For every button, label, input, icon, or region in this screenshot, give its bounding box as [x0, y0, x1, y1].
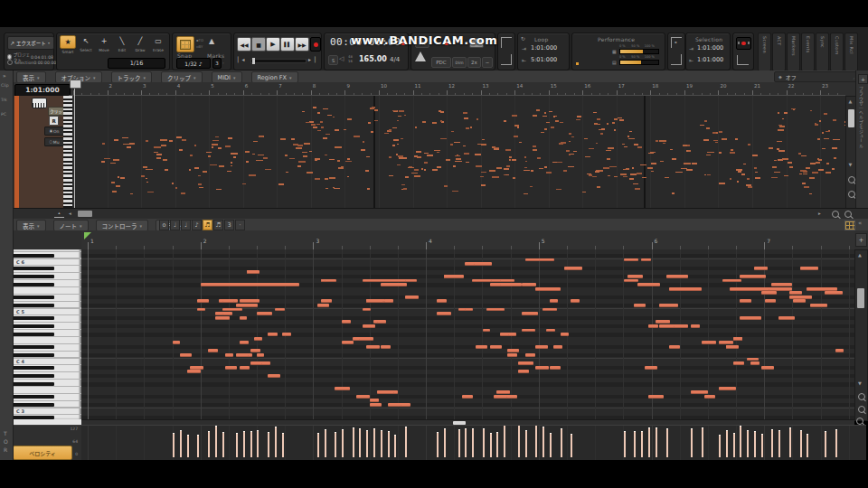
velocity-bar[interactable] — [648, 427, 650, 457]
midi-note[interactable] — [719, 341, 733, 344]
midi-note[interactable] — [250, 349, 261, 352]
midi-note[interactable] — [317, 304, 330, 307]
tool-smart[interactable]: ★Smart — [60, 35, 76, 55]
piano-key-black[interactable] — [13, 353, 54, 357]
midi-note[interactable] — [825, 291, 843, 295]
velocity-bar[interactable] — [257, 430, 259, 457]
midi-note[interactable] — [750, 361, 760, 365]
dock-tab-sync[interactable]: Sync — [816, 33, 829, 71]
midi-note[interactable] — [778, 316, 794, 320]
piano-key-black[interactable] — [13, 275, 54, 278]
midi-note[interactable] — [377, 390, 394, 394]
selection-start[interactable]: 1:01:000 — [697, 44, 723, 52]
velocity-bar[interactable] — [825, 431, 826, 457]
midi-note[interactable] — [444, 275, 464, 278]
punch-bracket-icon[interactable] — [737, 55, 749, 65]
midi-note[interactable] — [641, 258, 651, 262]
play-button[interactable]: ▶ — [266, 37, 280, 52]
piano-key-white[interactable] — [54, 380, 81, 386]
scroll-up-icon[interactable]: ▲ — [849, 99, 853, 104]
zoom-in-icon[interactable] — [848, 176, 855, 183]
velocity-bar[interactable] — [353, 427, 354, 457]
midi-note[interactable] — [835, 349, 844, 352]
midi-note[interactable] — [490, 345, 502, 349]
midi-note[interactable] — [659, 324, 675, 328]
velocity-bar[interactable] — [458, 429, 460, 457]
midi-note[interactable] — [546, 329, 555, 333]
snap-grid-button[interactable] — [176, 36, 194, 52]
piano-key-white[interactable] — [54, 344, 81, 351]
velocity-bar[interactable] — [535, 425, 537, 457]
now-time-box[interactable]: 1:01:000 — [14, 84, 71, 97]
piano-key-white[interactable] — [54, 273, 81, 279]
midi-note[interactable] — [366, 299, 383, 303]
add-icon[interactable]: + — [858, 74, 868, 84]
velocity-bar[interactable] — [702, 427, 703, 457]
midi-note[interactable] — [268, 333, 278, 336]
velocity-bar[interactable] — [275, 427, 277, 457]
tool-draw[interactable]: ╱Draw — [132, 35, 148, 55]
velocity-bar[interactable] — [641, 431, 643, 457]
metronome-icon[interactable] — [415, 52, 426, 61]
velocity-bar[interactable] — [472, 428, 474, 457]
midi-note[interactable] — [518, 361, 533, 365]
midi-note[interactable] — [201, 283, 299, 286]
velocity-bar[interactable] — [173, 433, 175, 457]
piano-key-black[interactable] — [13, 283, 54, 286]
add-lane-button[interactable]: + — [855, 233, 867, 247]
midi-note[interactable] — [535, 345, 548, 349]
piano-key-white[interactable] — [54, 280, 81, 286]
midi-note[interactable] — [366, 345, 380, 349]
loop-icon[interactable]: ↻ — [521, 35, 525, 42]
midi-note[interactable] — [722, 279, 741, 283]
midi-note[interactable] — [553, 345, 562, 349]
midi-note[interactable] — [810, 304, 827, 307]
midi-note[interactable] — [496, 390, 509, 394]
dock-tab-custom[interactable]: Custom — [830, 33, 844, 71]
midi-note[interactable] — [225, 366, 237, 370]
velocity-bar[interactable] — [388, 431, 390, 457]
midi-note[interactable] — [225, 353, 233, 357]
velocity-bar[interactable] — [778, 430, 780, 457]
midi-note[interactable] — [356, 395, 370, 399]
midi-note[interactable] — [648, 324, 658, 328]
collapse-icon[interactable]: » — [3, 72, 6, 79]
punch-record-button[interactable] — [736, 37, 751, 50]
midi-note[interactable] — [800, 267, 818, 270]
midi-note[interactable] — [197, 299, 209, 303]
piano-key-black[interactable] — [13, 382, 54, 386]
note-duration-button[interactable]: ♬ — [203, 220, 212, 230]
velocity-bar[interactable] — [571, 434, 572, 457]
velocity-bar[interactable] — [268, 432, 269, 457]
set-start-icon[interactable]: ▪ — [671, 37, 682, 48]
midi-note[interactable] — [381, 345, 391, 349]
hscroll-thumb[interactable] — [78, 211, 92, 217]
midi-note[interactable] — [704, 395, 715, 399]
midi-note[interactable] — [465, 308, 473, 312]
piano-key-white[interactable] — [54, 323, 81, 329]
velocity-bar[interactable] — [634, 431, 636, 457]
inspector-tab-pc[interactable]: PC — [1, 112, 6, 117]
velocity-bar[interactable] — [761, 434, 763, 457]
velocity-bar[interactable] — [666, 428, 668, 457]
snap-by-toggle[interactable]: ▫BY — [196, 44, 203, 49]
clip-name-badge[interactable]: クリッ — [48, 107, 64, 116]
midi-note[interactable] — [180, 353, 192, 357]
midi-note[interactable] — [268, 374, 280, 378]
piano-key-white[interactable] — [54, 295, 81, 301]
midi-note[interactable] — [197, 308, 205, 312]
velocity-bar[interactable] — [518, 425, 520, 457]
midi-note[interactable] — [222, 299, 234, 303]
dock-tab-events[interactable]: Events — [801, 33, 815, 71]
ffwd-button[interactable]: ▶▶ — [295, 37, 309, 52]
browser-dock-strip[interactable]: + ブラウザ｜ヘルプモジュール — [855, 70, 868, 208]
midi-note[interactable] — [240, 341, 249, 344]
velocity-bar[interactable] — [691, 428, 693, 457]
midi-note[interactable] — [740, 316, 760, 320]
set-end-icon[interactable] — [671, 54, 682, 65]
prv-timeline-ruler[interactable]: 1234567 — [81, 230, 854, 250]
midi-note[interactable] — [359, 337, 373, 341]
dock-tab-screen[interactable]: Screen — [758, 33, 771, 71]
prv-note-grid[interactable] — [81, 249, 854, 419]
piano-key-black[interactable] — [13, 267, 54, 270]
